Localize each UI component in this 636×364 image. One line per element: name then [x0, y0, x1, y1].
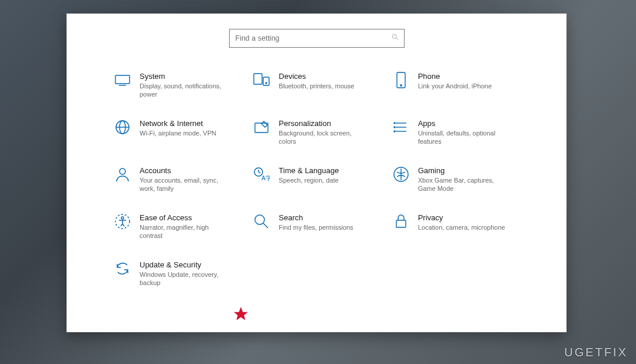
tile-desc: Your accounts, email, sync, work, family [140, 176, 231, 193]
personalization-icon [253, 118, 270, 136]
tile-ease-of-access[interactable]: Ease of Access Narrator, magnifier, high… [114, 213, 243, 240]
search-row [67, 14, 567, 48]
svg-rect-4 [254, 74, 262, 84]
tile-title: Apps [418, 118, 509, 128]
tile-accounts[interactable]: Accounts Your accounts, email, sync, wor… [114, 166, 243, 193]
tile-search[interactable]: Search Find my files, permissions [253, 213, 382, 240]
accounts-icon [114, 166, 131, 183]
svg-marker-30 [234, 307, 248, 320]
tile-desc: Background, lock screen, colors [279, 129, 370, 145]
svg-point-17 [394, 127, 395, 128]
search-box[interactable] [229, 29, 405, 48]
svg-point-18 [394, 131, 395, 132]
tile-desc: Uninstall, defaults, optional features [418, 129, 509, 145]
svg-point-6 [266, 82, 267, 84]
svg-point-8 [400, 85, 401, 86]
lock-icon [392, 213, 410, 230]
svg-line-1 [396, 38, 398, 41]
tile-privacy[interactable]: Privacy Location, camera, microphone [392, 213, 522, 240]
tile-desc: Narrator, magnifier, high contrast [140, 223, 231, 240]
tile-desc: Xbox Game Bar, captures, Game Mode [418, 176, 509, 193]
tile-title: System [140, 71, 231, 81]
devices-icon [253, 71, 270, 89]
tile-desc: Bluetooth, printers, mouse [279, 82, 354, 90]
ease-of-access-icon [114, 213, 131, 230]
tile-gaming[interactable]: Gaming Xbox Game Bar, captures, Game Mod… [392, 166, 522, 193]
tile-title: Update & Security [140, 260, 231, 270]
tile-devices[interactable]: Devices Bluetooth, printers, mouse [253, 71, 382, 98]
time-language-icon: A字 [253, 166, 270, 183]
tile-apps[interactable]: Apps Uninstall, defaults, optional featu… [392, 118, 522, 145]
svg-rect-12 [255, 123, 268, 133]
svg-text:A字: A字 [261, 175, 270, 181]
tile-title: Gaming [418, 166, 509, 176]
tile-desc: Location, camera, microphone [418, 223, 505, 231]
watermark: UGETFIX [564, 346, 628, 359]
svg-point-16 [394, 123, 395, 124]
tile-desc: Find my files, permissions [279, 223, 353, 231]
tile-title: Ease of Access [140, 213, 231, 223]
svg-rect-5 [263, 77, 269, 85]
magnifier-icon [253, 213, 270, 230]
tile-desc: Wi-Fi, airplane mode, VPN [140, 129, 216, 137]
apps-icon [392, 118, 410, 136]
search-icon [391, 33, 399, 44]
tile-personalization[interactable]: Personalization Background, lock screen,… [253, 118, 382, 145]
svg-point-27 [255, 215, 264, 224]
tile-title: Phone [418, 71, 492, 81]
tile-title: Personalization [279, 118, 370, 128]
tile-time-language[interactable]: A字 Time & Language Speech, region, date [253, 166, 382, 193]
tile-phone[interactable]: Phone Link your Android, iPhone [392, 71, 522, 98]
svg-rect-7 [397, 72, 405, 88]
tile-update-security[interactable]: Update & Security Windows Update, recove… [114, 260, 243, 287]
settings-panel: System Display, sound, notifications, po… [67, 14, 567, 332]
svg-point-26 [121, 217, 124, 219]
tile-system[interactable]: System Display, sound, notifications, po… [114, 71, 243, 98]
tile-desc: Speech, region, date [279, 176, 339, 184]
settings-grid: System Display, sound, notifications, po… [67, 48, 567, 287]
tile-desc: Link your Android, iPhone [418, 82, 492, 90]
phone-icon [392, 71, 410, 89]
tile-title: Accounts [140, 166, 231, 176]
svg-point-19 [120, 168, 125, 174]
tile-title: Time & Language [279, 166, 339, 176]
tile-title: Privacy [418, 213, 505, 223]
tile-desc: Display, sound, notifications, power [140, 82, 231, 98]
tile-title: Search [279, 213, 353, 223]
svg-rect-29 [396, 220, 406, 227]
tile-title: Network & Internet [140, 118, 216, 128]
svg-line-22 [259, 172, 260, 173]
gaming-icon [392, 166, 410, 183]
svg-rect-2 [115, 75, 130, 84]
star-annotation [233, 306, 249, 322]
tile-title: Devices [279, 71, 354, 81]
globe-icon [114, 118, 131, 136]
tile-network[interactable]: Network & Internet Wi-Fi, airplane mode,… [114, 118, 243, 145]
update-icon [114, 260, 131, 277]
svg-line-28 [263, 223, 268, 228]
system-icon [114, 71, 131, 89]
search-input[interactable] [234, 34, 378, 43]
tile-desc: Windows Update, recovery, backup [140, 270, 231, 287]
svg-point-0 [392, 34, 396, 38]
